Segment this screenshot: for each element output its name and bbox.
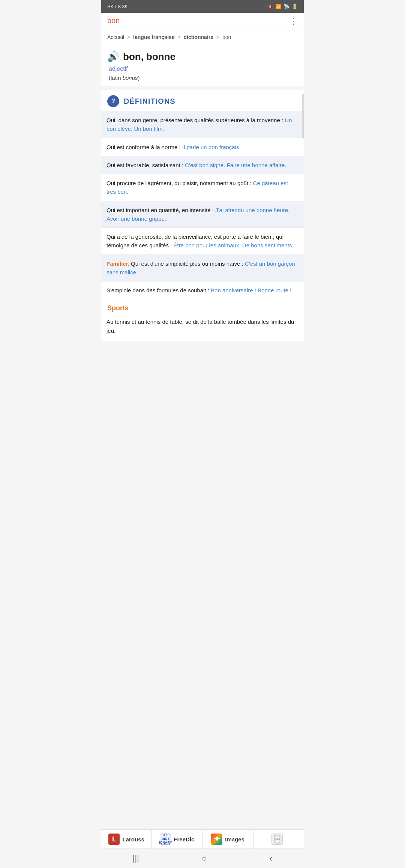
definition-item: S'emploie dans des formules de souhait :…	[101, 281, 304, 299]
battery-icon: 🔋	[292, 4, 298, 9]
entry-pos: adjectif	[109, 66, 298, 72]
status-time: SKT 8:39	[107, 4, 128, 9]
menu-icon[interactable]: ⋮	[290, 16, 298, 26]
breadcrumb-current: bon	[222, 34, 231, 40]
status-icons: 🔇 📶 📡 🔋	[267, 4, 298, 9]
definition-item: Qui est conforme à la norme : Il parle u…	[101, 138, 304, 156]
definition-item: Qui est important en quantité, en intens…	[101, 201, 304, 228]
scrollbar	[302, 94, 304, 139]
section-header: ? DÉFINITIONS	[101, 90, 304, 111]
definition-example-link[interactable]: C'est bon signe. Faire une bonne affaire…	[185, 162, 286, 168]
search-bar: ⋮	[101, 13, 304, 30]
sports-definition: Au tennis et au tennis de table, se dit …	[101, 314, 304, 341]
section-title: DÉFINITIONS	[124, 97, 176, 106]
definition-item: Qui est favorable, satisfaisant : C'est …	[101, 156, 304, 174]
status-bar: SKT 8:39 🔇 📶 📡 🔋	[101, 0, 304, 13]
breadcrumb-langue[interactable]: langue française	[133, 34, 175, 40]
sports-section: Sports Au tennis et au tennis de table, …	[101, 299, 304, 341]
definitions-section: ? DÉFINITIONS Qui, dans son genre, prése…	[101, 90, 304, 299]
question-icon: ?	[107, 95, 119, 107]
definition-item: Qui, dans son genre, présente des qualit…	[101, 111, 304, 138]
entry-header: 🔊 bon, bonne adjectif (latin bonus)	[101, 44, 304, 86]
signal-icon: 📡	[284, 4, 290, 9]
register-label: Familier.	[106, 260, 129, 267]
mute-icon: 🔇	[267, 4, 273, 9]
definition-item: Qui procure de l'agrément, du plaisir, n…	[101, 174, 304, 201]
breadcrumb: Accueil > langue française > dictionnair…	[101, 30, 304, 44]
definition-item: Familier. Qui est d'une simplicité plus …	[101, 254, 304, 281]
entry-title: bon, bonne	[123, 51, 176, 63]
search-input[interactable]	[107, 16, 285, 26]
definition-example-link[interactable]: Bon anniversaire ! Bonne route !	[211, 287, 291, 293]
breadcrumb-accueil[interactable]: Accueil	[107, 34, 124, 40]
speaker-icon[interactable]: 🔊	[107, 51, 119, 63]
sports-label: Sports	[101, 299, 304, 314]
breadcrumb-dictionnaire[interactable]: dictionnaire	[184, 34, 213, 40]
wifi-icon: 📶	[275, 4, 281, 9]
entry-etymology: (latin bonus)	[109, 75, 298, 81]
definition-example-link[interactable]: Il parle un bon français.	[182, 144, 241, 150]
definition-item: Qui a de la générosité, de la bienveilla…	[101, 227, 304, 254]
definition-example-link[interactable]: Être bon pour les animaux. De bons senti…	[173, 242, 293, 248]
